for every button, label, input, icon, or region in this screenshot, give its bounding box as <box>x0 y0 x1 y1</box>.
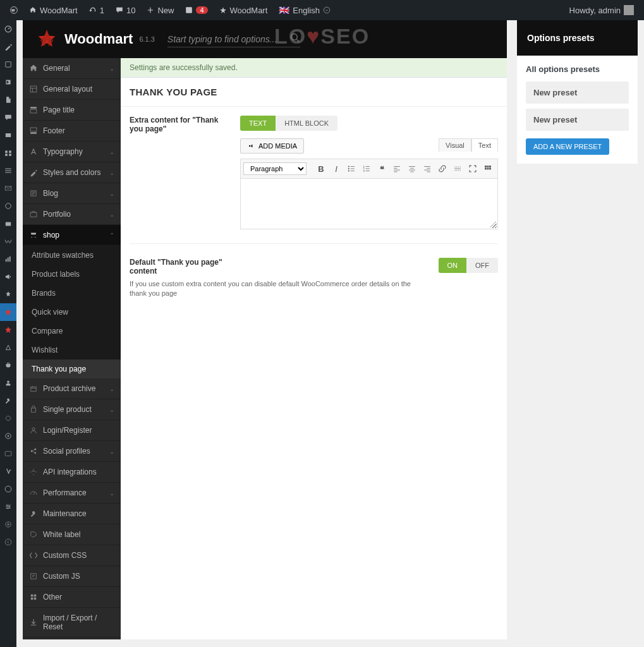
rail-comments-icon[interactable] <box>0 109 16 126</box>
rail-item-icon[interactable] <box>0 286 16 303</box>
rail-item-icon[interactable] <box>0 321 16 339</box>
editor-textarea[interactable] <box>240 179 498 229</box>
nav-social-profiles[interactable]: Social profiles⌄ <box>23 441 121 462</box>
align-left-button[interactable] <box>390 162 404 176</box>
align-center-button[interactable] <box>405 162 419 176</box>
nav-maintenance[interactable]: Maintenance <box>23 504 121 524</box>
preset-item[interactable]: New preset <box>526 82 629 104</box>
svg-point-20 <box>5 486 11 492</box>
nav-performance[interactable]: Performance⌄ <box>23 483 121 504</box>
theme-search-input[interactable] <box>167 32 300 47</box>
rail-plugins-icon[interactable] <box>0 356 16 374</box>
bullet-list-button[interactable] <box>344 162 358 176</box>
tab-text-button[interactable]: TEXT <box>240 116 276 131</box>
rail-media-icon[interactable] <box>0 73 16 91</box>
theme-link[interactable]: WoodMart <box>214 0 273 20</box>
rail-item-icon[interactable] <box>0 126 16 144</box>
nav-api-integrations[interactable]: API integrations <box>23 462 121 483</box>
preset-item[interactable]: New preset <box>526 109 629 131</box>
yoast-link[interactable]: 4 <box>180 0 212 20</box>
nav-styles-colors[interactable]: Styles and colors⌄ <box>23 162 121 183</box>
toggle-on-button[interactable]: ON <box>439 258 467 273</box>
rail-tools-icon[interactable] <box>0 392 16 409</box>
rail-analytics-icon[interactable] <box>0 250 16 268</box>
rail-woo-icon[interactable] <box>0 233 16 250</box>
tab-html-block-button[interactable]: HTML BLOCK <box>276 116 337 131</box>
nav-attribute-swatches[interactable]: Attribute swatches <box>23 246 121 265</box>
editor-tab-text[interactable]: Text <box>471 138 498 152</box>
rail-settings-icon[interactable] <box>0 498 16 516</box>
nav-white-label[interactable]: White label <box>23 524 121 545</box>
howdy-text: Howdy, admin <box>569 6 621 15</box>
nav-brands[interactable]: Brands <box>23 284 121 303</box>
read-more-button[interactable] <box>451 162 465 176</box>
link-button[interactable] <box>435 162 449 176</box>
nav-typography[interactable]: Typography⌄ <box>23 142 121 162</box>
toggle-off-button[interactable]: OFF <box>466 258 498 273</box>
rail-posts-icon[interactable] <box>0 38 16 56</box>
format-select[interactable]: Paragraph <box>243 162 307 175</box>
align-right-button[interactable] <box>420 162 434 176</box>
rail-item-icon[interactable] <box>0 409 16 427</box>
comments-link[interactable]: 10 <box>111 0 140 20</box>
nav-compare[interactable]: Compare <box>23 322 121 341</box>
add-media-button[interactable]: ADD MEDIA <box>240 138 304 154</box>
theme-label: WoodMart <box>230 6 268 15</box>
nav-shop[interactable]: shop⌃ <box>23 225 121 246</box>
rail-item-icon[interactable] <box>0 56 16 73</box>
fullscreen-button[interactable] <box>466 162 480 176</box>
nav-other[interactable]: Other <box>23 587 121 608</box>
nav-thank-you-page[interactable]: Thank you page <box>23 360 121 378</box>
nav-product-labels[interactable]: Product labels <box>23 265 121 284</box>
nav-custom-js[interactable]: Custom JS <box>23 566 121 587</box>
rail-item-icon[interactable] <box>0 144 16 162</box>
rail-item-icon[interactable] <box>0 445 16 463</box>
rail-item-icon[interactable] <box>0 427 16 445</box>
rail-collapse-icon[interactable] <box>0 533 16 551</box>
updates-link[interactable]: 1 <box>84 0 109 20</box>
rail-users-icon[interactable] <box>0 374 16 392</box>
chevron-down-icon: ⌄ <box>109 490 114 497</box>
italic-button[interactable]: I <box>329 162 343 176</box>
nav-login-register[interactable]: Login/Register <box>23 420 121 441</box>
rail-item-icon[interactable] <box>0 197 16 215</box>
rail-woodmart-icon[interactable] <box>0 303 16 321</box>
rail-item-icon[interactable] <box>0 480 16 498</box>
nav-single-product[interactable]: Single product⌄ <box>23 399 121 420</box>
site-name-link[interactable]: WoodMart <box>24 0 83 20</box>
wp-footer: Thank you for creating with WordPress. V… <box>16 639 644 647</box>
nav-product-archive[interactable]: Product archive⌄ <box>23 378 121 399</box>
nav-footer[interactable]: Footer <box>23 121 121 142</box>
rail-item-icon[interactable] <box>0 516 16 533</box>
blockquote-button[interactable]: ❝ <box>375 162 389 176</box>
bold-button[interactable]: B <box>314 162 328 176</box>
new-content-link[interactable]: New <box>142 0 179 20</box>
nav-import-export[interactable]: Import / Export / Reset <box>23 608 121 638</box>
nav-page-title[interactable]: Page title <box>23 100 121 121</box>
add-preset-button[interactable]: ADD A NEW PRESET <box>526 138 609 155</box>
nav-wishlist[interactable]: Wishlist <box>23 341 121 360</box>
nav-general[interactable]: General⌄ <box>23 58 121 79</box>
rail-item-icon[interactable] <box>0 215 16 233</box>
nav-general-layout[interactable]: General layout <box>23 79 121 100</box>
rail-item-icon[interactable] <box>0 162 16 179</box>
nav-quick-view[interactable]: Quick view <box>23 303 121 322</box>
editor-tab-visual[interactable]: Visual <box>439 138 471 152</box>
rail-pages-icon[interactable] <box>0 91 16 109</box>
wp-logo[interactable] <box>5 0 23 20</box>
wp-admin-bar: WoodMart 1 10 New 4 WoodMart 🇬🇧English H… <box>0 0 644 20</box>
rail-mail-icon[interactable] <box>0 179 16 197</box>
rail-dashboard-icon[interactable] <box>0 20 16 38</box>
rail-marketing-icon[interactable] <box>0 268 16 286</box>
numbered-list-button[interactable]: 123 <box>360 162 374 176</box>
rail-appearance-icon[interactable] <box>0 339 16 356</box>
presets-heading: Options presets <box>517 20 638 56</box>
nav-blog[interactable]: Blog⌄ <box>23 183 121 204</box>
language-switcher[interactable]: 🇬🇧English <box>274 0 336 20</box>
editor-toolbar: Paragraph B I 123 ❝ <box>240 159 498 179</box>
toolbar-toggle-button[interactable] <box>481 162 495 176</box>
nav-custom-css[interactable]: Custom CSS <box>23 545 121 566</box>
user-menu[interactable]: Howdy, admin <box>564 0 639 20</box>
rail-seo-icon[interactable] <box>0 463 16 480</box>
nav-portfolio[interactable]: Portfolio⌄ <box>23 204 121 225</box>
